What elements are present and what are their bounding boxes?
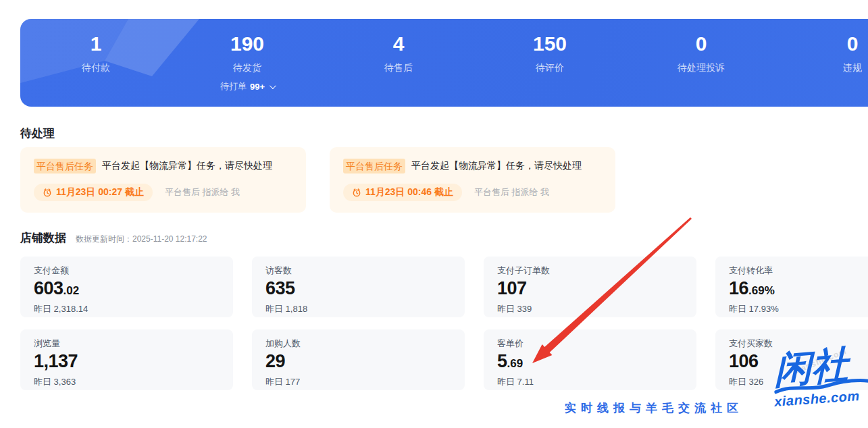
task-card[interactable]: 平台售后任务 平台发起【物流异常】任务，请尽快处理 11月23日 00:27 截… — [20, 147, 306, 213]
metric-card-pay-amount[interactable]: 支付金额 603.02 昨日 2,318.14 — [20, 257, 233, 317]
stat-label: 违规 — [777, 61, 868, 74]
metric-value: 603.02 — [34, 277, 220, 302]
deadline-pill: 11月23日 00:46 截止 — [343, 184, 462, 201]
metric-card-pageviews[interactable]: 浏览量 1,137 昨日 3,363 — [20, 329, 233, 390]
metric-yesterday: 昨日 7.11 — [497, 376, 683, 388]
stat-pending-aftersale[interactable]: 4 待售后 — [323, 19, 474, 92]
metric-yesterday: 昨日 3,363 — [34, 376, 220, 388]
deadline-text: 11月23日 00:46 截止 — [365, 186, 453, 198]
metric-label: 浏览量 — [34, 338, 220, 349]
stat-value: 0 — [626, 32, 777, 55]
metric-yesterday: 昨日 177 — [265, 376, 451, 388]
metric-card-cart-users[interactable]: 加购人数 29 昨日 177 — [252, 329, 465, 390]
pending-section-title: 待处理 — [20, 126, 55, 141]
todo-stats-banner: 1 待付款 190 待发货 待打单 99+ 4 待售后 150 待评价 — [20, 19, 868, 107]
stat-value: 4 — [323, 32, 474, 55]
metric-value: 29 — [265, 350, 451, 375]
metric-label: 支付转化率 — [729, 265, 868, 276]
clock-icon — [43, 188, 52, 197]
metric-value: 107 — [497, 277, 683, 302]
stat-value: 0 — [777, 32, 868, 55]
metric-card-visitors[interactable]: 访客数 635 昨日 1,818 — [252, 257, 465, 317]
task-assignee: 平台售后 指派给 我 — [474, 186, 549, 198]
task-type-badge: 平台售后任务 — [34, 159, 96, 173]
seller-dashboard-page: 1 待付款 190 待发货 待打单 99+ 4 待售后 150 待评价 — [0, 0, 868, 428]
metric-card-pay-conversion-rate[interactable]: 支付转化率 16.69% 昨日 17.93% — [715, 257, 868, 317]
stat-value: 190 — [172, 32, 323, 55]
stat-label: 待售后 — [323, 61, 474, 74]
metric-label: 加购人数 — [265, 338, 451, 349]
metric-yesterday: 昨日 1,818 — [265, 303, 451, 315]
banner-stats-row: 1 待付款 190 待发货 待打单 99+ 4 待售后 150 待评价 — [20, 19, 868, 92]
store-metrics-grid: 支付金额 603.02 昨日 2,318.14 访客数 635 昨日 1,818… — [20, 257, 868, 390]
metric-card-paid-sub-orders[interactable]: 支付子订单数 107 昨日 339 — [484, 257, 696, 317]
deadline-text: 11月23日 00:27 截止 — [56, 186, 144, 198]
deadline-pill: 11月23日 00:27 截止 — [34, 184, 153, 201]
metric-value: 5.69 — [497, 350, 683, 375]
task-assignee: 平台售后 指派给 我 — [165, 186, 240, 198]
task-description: 平台发起【物流异常】任务，请尽快处理 — [102, 160, 272, 172]
stat-value: 1 — [20, 32, 172, 55]
metric-card-avg-order-value[interactable]: 客单价 5.69 昨日 7.11 — [484, 329, 696, 390]
chevron-down-icon — [270, 82, 276, 89]
pending-print-label: 待打单 — [220, 80, 247, 92]
stat-label: 待付款 — [20, 61, 172, 74]
stat-value: 150 — [474, 32, 626, 55]
stat-pending-review[interactable]: 150 待评价 — [474, 19, 626, 92]
metric-label: 支付子订单数 — [497, 265, 683, 276]
metric-label: 支付金额 — [34, 265, 220, 276]
data-update-time: 数据更新时间：2025-11-20 12:17:22 — [76, 234, 207, 245]
stat-label: 待评价 — [474, 61, 626, 74]
metric-label: 访客数 — [265, 265, 451, 276]
xianshe-watermark: xianshe.com 闲社 xianshe.com — [774, 346, 868, 406]
stat-violations[interactable]: 0 违规 — [777, 19, 868, 92]
clock-icon — [352, 188, 361, 197]
task-type-badge: 平台售后任务 — [343, 159, 405, 173]
metric-value: 635 — [265, 277, 451, 302]
metric-yesterday: 昨日 339 — [497, 303, 683, 315]
stat-pending-payment[interactable]: 1 待付款 — [20, 19, 172, 92]
task-description: 平台发起【物流异常】任务，请尽快处理 — [411, 160, 582, 172]
stat-pending-complaints[interactable]: 0 待处理投诉 — [626, 19, 777, 92]
pending-print-dropdown[interactable]: 待打单 99+ — [172, 80, 323, 92]
metric-value: 1,137 — [34, 350, 220, 375]
watermark-tagline: 实时线报与羊毛交流社区 — [565, 400, 743, 416]
metric-yesterday: 昨日 2,318.14 — [34, 303, 220, 315]
store-data-title: 店铺数据 — [20, 230, 66, 246]
stat-pending-shipment[interactable]: 190 待发货 待打单 99+ — [172, 19, 323, 92]
stat-label: 待处理投诉 — [626, 61, 777, 74]
stat-label: 待发货 — [172, 61, 323, 74]
store-data-header: 店铺数据 数据更新时间：2025-11-20 12:17:22 — [20, 230, 207, 246]
pending-task-row: 平台售后任务 平台发起【物流异常】任务，请尽快处理 11月23日 00:27 截… — [20, 147, 615, 213]
metric-yesterday: 昨日 17.93% — [729, 303, 868, 315]
task-card[interactable]: 平台售后任务 平台发起【物流异常】任务，请尽快处理 11月23日 00:46 截… — [330, 147, 615, 213]
metric-value: 16.69% — [729, 277, 868, 302]
pending-print-count: 99+ — [250, 82, 265, 92]
metric-label: 客单价 — [497, 338, 683, 349]
